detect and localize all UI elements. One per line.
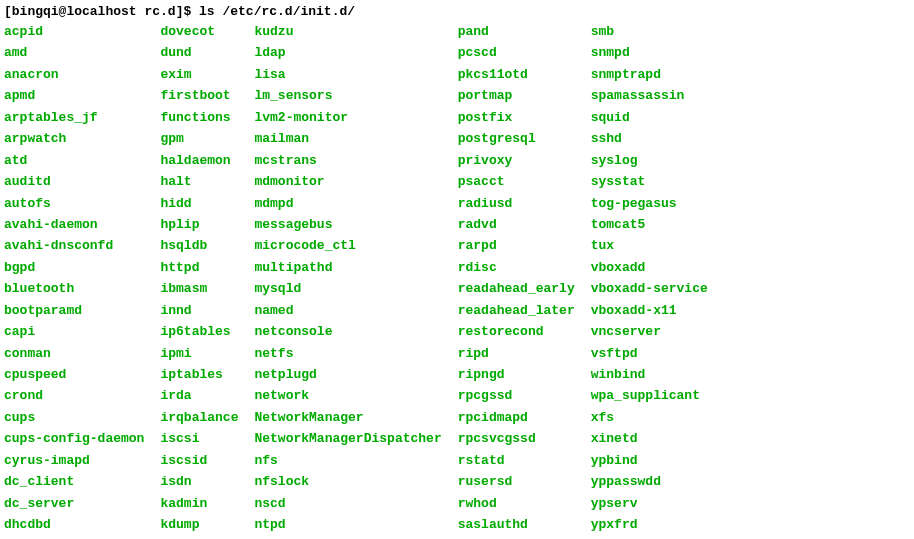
file-entry: rusersd bbox=[458, 471, 575, 492]
file-entry: restorecond bbox=[458, 321, 575, 342]
file-entry: bootparamd bbox=[4, 300, 144, 321]
file-entry: vboxadd bbox=[591, 257, 708, 278]
column-1: dovecot dund exim firstboot functions gp… bbox=[160, 21, 254, 539]
file-entry: hidd bbox=[160, 193, 238, 214]
prompt-command: ls /etc/rc.d/init.d/ bbox=[199, 4, 355, 19]
file-entry: sshd bbox=[591, 128, 708, 149]
file-entry: NetworkManagerDispatcher bbox=[254, 428, 441, 449]
ls-output-listing: acpid amd anacron apmd arptables_jf arpw… bbox=[4, 21, 910, 539]
file-entry: dund bbox=[160, 42, 238, 63]
file-entry: firstboot bbox=[160, 85, 238, 106]
file-entry: ldap bbox=[254, 42, 441, 63]
file-entry: mailman bbox=[254, 128, 441, 149]
file-entry: xfs bbox=[591, 407, 708, 428]
file-entry: acpid bbox=[4, 21, 144, 42]
file-entry: cyrus-imapd bbox=[4, 450, 144, 471]
file-entry: autofs bbox=[4, 193, 144, 214]
file-entry: functions bbox=[160, 107, 238, 128]
file-entry: snmpd bbox=[591, 42, 708, 63]
file-entry: ip6tables bbox=[160, 321, 238, 342]
file-entry: nfs bbox=[254, 450, 441, 471]
file-entry: sysstat bbox=[591, 171, 708, 192]
file-entry: wpa_supplicant bbox=[591, 385, 708, 406]
file-entry: xinetd bbox=[591, 428, 708, 449]
file-entry: vncserver bbox=[591, 321, 708, 342]
file-entry: mdmonitor bbox=[254, 171, 441, 192]
file-entry: nfslock bbox=[254, 471, 441, 492]
column-2: kudzu ldap lisa lm_sensors lvm2-monitor … bbox=[254, 21, 457, 539]
file-entry: innd bbox=[160, 300, 238, 321]
file-entry: bgpd bbox=[4, 257, 144, 278]
file-entry: rpcsvcgssd bbox=[458, 428, 575, 449]
file-entry: mcstrans bbox=[254, 150, 441, 171]
file-entry: conman bbox=[4, 343, 144, 364]
file-entry: cups bbox=[4, 407, 144, 428]
file-entry: avahi-dnsconfd bbox=[4, 235, 144, 256]
file-entry: killall bbox=[160, 536, 238, 540]
file-entry: amd bbox=[4, 42, 144, 63]
file-entry: iscsid bbox=[160, 450, 238, 471]
file-entry: postgresql bbox=[458, 128, 575, 149]
file-entry: rstatd bbox=[458, 450, 575, 471]
file-entry: cups-config-daemon bbox=[4, 428, 144, 449]
file-entry: oddjobd bbox=[254, 536, 441, 540]
file-entry: microcode_ctl bbox=[254, 235, 441, 256]
file-entry: yppasswdd bbox=[591, 471, 708, 492]
file-entry: exim bbox=[160, 64, 238, 85]
file-entry: rpcidmapd bbox=[458, 407, 575, 428]
file-entry: lm_sensors bbox=[254, 85, 441, 106]
prompt-user-host: [bingqi@localhost rc.d]$ bbox=[4, 4, 199, 19]
file-entry: vboxadd-x11 bbox=[591, 300, 708, 321]
file-entry: dhcp6r bbox=[4, 536, 144, 540]
file-entry: snmptrapd bbox=[591, 64, 708, 85]
file-entry: multipathd bbox=[254, 257, 441, 278]
terminal-prompt-line: [bingqi@localhost rc.d]$ ls /etc/rc.d/in… bbox=[4, 4, 910, 19]
file-entry: kadmin bbox=[160, 493, 238, 514]
file-entry: network bbox=[254, 385, 441, 406]
file-entry: rpcgssd bbox=[458, 385, 575, 406]
file-entry: arpwatch bbox=[4, 128, 144, 149]
file-entry: cpuspeed bbox=[4, 364, 144, 385]
file-entry: httpd bbox=[160, 257, 238, 278]
file-entry: tux bbox=[591, 235, 708, 256]
column-0: acpid amd anacron apmd arptables_jf arpw… bbox=[4, 21, 160, 539]
file-entry: hsqldb bbox=[160, 235, 238, 256]
file-entry: ypbind bbox=[591, 450, 708, 471]
file-entry: kdump bbox=[160, 514, 238, 535]
file-entry: radiusd bbox=[458, 193, 575, 214]
file-entry: iptables bbox=[160, 364, 238, 385]
file-entry: ibmasm bbox=[160, 278, 238, 299]
file-entry: atd bbox=[4, 150, 144, 171]
file-entry: psacct bbox=[458, 171, 575, 192]
file-entry: dhcdbd bbox=[4, 514, 144, 535]
file-entry: dc_client bbox=[4, 471, 144, 492]
file-entry: pcscd bbox=[458, 42, 575, 63]
file-entry: ipmi bbox=[160, 343, 238, 364]
file-entry: privoxy bbox=[458, 150, 575, 171]
file-entry: tomcat5 bbox=[591, 214, 708, 235]
file-entry: rdisc bbox=[458, 257, 575, 278]
file-entry: portmap bbox=[458, 85, 575, 106]
file-entry: netfs bbox=[254, 343, 441, 364]
file-entry: vsftpd bbox=[591, 343, 708, 364]
file-entry: syslog bbox=[591, 150, 708, 171]
file-entry: pand bbox=[458, 21, 575, 42]
file-entry: squid bbox=[591, 107, 708, 128]
column-4: smb snmpd snmptrapd spamassassin squid s… bbox=[591, 21, 724, 539]
file-entry: winbind bbox=[591, 364, 708, 385]
file-entry: yum-updatesd bbox=[591, 536, 708, 540]
file-entry: readahead_later bbox=[458, 300, 575, 321]
file-entry: netplugd bbox=[254, 364, 441, 385]
file-entry: dovecot bbox=[160, 21, 238, 42]
file-entry: irqbalance bbox=[160, 407, 238, 428]
file-entry: named bbox=[254, 300, 441, 321]
file-entry: auditd bbox=[4, 171, 144, 192]
file-entry: mysqld bbox=[254, 278, 441, 299]
file-entry: ypxfrd bbox=[591, 514, 708, 535]
file-entry: smb bbox=[591, 21, 708, 42]
file-entry: pkcs11otd bbox=[458, 64, 575, 85]
file-entry: rarpd bbox=[458, 235, 575, 256]
file-entry: haldaemon bbox=[160, 150, 238, 171]
file-entry: spamassassin bbox=[591, 85, 708, 106]
column-3: pand pcscd pkcs11otd portmap postfix pos… bbox=[458, 21, 591, 539]
